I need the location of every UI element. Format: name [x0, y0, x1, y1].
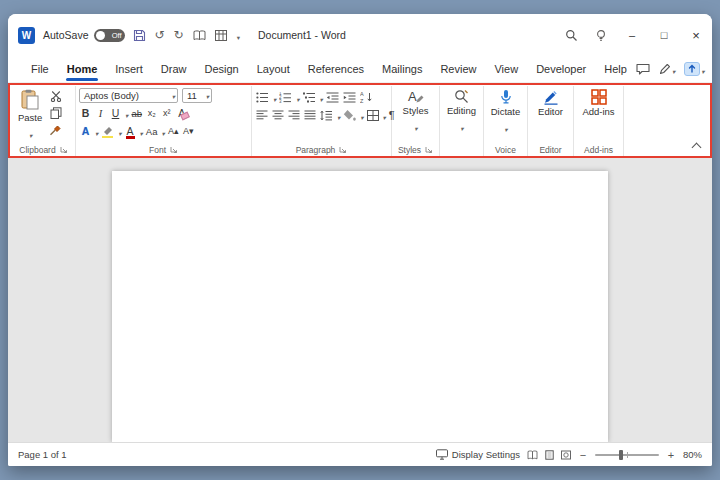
font-dialog-launcher-icon[interactable] — [170, 146, 178, 154]
zoom-slider[interactable] — [595, 454, 659, 456]
editing-button[interactable]: Editing — [443, 87, 480, 135]
align-center-icon[interactable] — [271, 108, 285, 123]
decrease-indent-icon[interactable] — [325, 90, 340, 105]
tab-insert[interactable]: Insert — [106, 56, 152, 82]
font-color-button[interactable]: A — [124, 124, 137, 139]
autosave-toggle[interactable]: Off — [94, 29, 125, 42]
paste-chevron-icon — [28, 124, 32, 142]
multilevel-list-button[interactable] — [302, 90, 317, 105]
align-right-icon[interactable] — [287, 108, 301, 123]
editing-mode-pen-icon[interactable] — [659, 60, 675, 78]
titlebar-right: – □ × — [556, 14, 712, 56]
align-left-icon[interactable] — [255, 108, 269, 123]
justify-icon[interactable] — [303, 108, 317, 123]
zoom-out-button[interactable]: − — [578, 449, 588, 461]
search-icon[interactable] — [556, 29, 586, 42]
font-name-combobox[interactable]: Aptos (Body) — [79, 88, 178, 103]
comments-icon[interactable] — [636, 63, 650, 75]
page-indicator[interactable]: Page 1 of 1 — [18, 449, 67, 460]
paragraph-dialog-launcher-icon[interactable] — [339, 146, 347, 154]
undo-icon[interactable]: ↺ — [155, 29, 165, 41]
book-icon[interactable] — [193, 30, 206, 41]
shading-icon[interactable] — [342, 108, 357, 123]
text-highlight-button[interactable] — [100, 124, 115, 139]
borders-chevron-icon[interactable] — [382, 106, 386, 124]
tab-references[interactable]: References — [299, 56, 373, 82]
text-effects-chevron-icon[interactable] — [94, 122, 98, 140]
clear-formatting-button[interactable]: A — [175, 106, 188, 121]
zoom-slider-thumb[interactable] — [619, 450, 623, 460]
cut-icon[interactable] — [49, 89, 62, 103]
zoom-in-button[interactable]: + — [666, 449, 676, 461]
clipboard-dialog-launcher-icon[interactable] — [60, 146, 68, 154]
editor-button[interactable]: Editor — [531, 87, 570, 117]
grow-font-button[interactable]: A▴ — [167, 124, 180, 139]
tab-mailings[interactable]: Mailings — [373, 56, 431, 82]
styles-dialog-launcher-icon[interactable] — [425, 146, 433, 154]
tab-developer[interactable]: Developer — [527, 56, 595, 82]
tab-layout[interactable]: Layout — [248, 56, 299, 82]
increase-indent-icon[interactable] — [342, 90, 357, 105]
tab-draw[interactable]: Draw — [152, 56, 196, 82]
maximize-button[interactable]: □ — [648, 14, 680, 56]
subscript-button[interactable]: x₂ — [145, 106, 158, 121]
multilevel-chevron-icon[interactable] — [319, 88, 323, 106]
zoom-level[interactable]: 80% — [683, 449, 702, 460]
print-layout-icon[interactable] — [545, 450, 554, 460]
highlight-chevron-icon[interactable] — [117, 122, 121, 140]
tab-review[interactable]: Review — [431, 56, 485, 82]
document-page[interactable] — [112, 171, 608, 442]
redo-icon[interactable]: ↻ — [174, 29, 184, 41]
microphone-icon — [499, 89, 513, 105]
italic-button[interactable]: I — [94, 106, 107, 121]
bullets-button[interactable] — [255, 90, 270, 105]
table-icon[interactable] — [215, 30, 227, 41]
tab-design[interactable]: Design — [195, 56, 247, 82]
styles-button[interactable]: A Styles — [395, 87, 436, 135]
paste-button[interactable]: Paste — [15, 87, 45, 142]
minimize-button[interactable]: – — [616, 14, 648, 56]
shading-chevron-icon[interactable] — [359, 106, 363, 124]
sort-icon[interactable]: AZ — [359, 90, 374, 105]
word-window: W AutoSave Off ↺ ↻ Document1 - Word — [8, 14, 712, 466]
numbering-button[interactable]: 123 — [278, 90, 293, 105]
svg-text:3: 3 — [279, 99, 282, 103]
paste-clipboard-icon — [21, 89, 40, 111]
word-logo-icon[interactable]: W — [18, 27, 35, 44]
underline-button[interactable]: U — [109, 106, 122, 121]
qat-customize-chevron-icon[interactable] — [236, 26, 240, 44]
close-button[interactable]: × — [680, 14, 712, 56]
bullets-chevron-icon[interactable] — [272, 88, 276, 106]
web-layout-icon[interactable] — [561, 450, 571, 460]
read-mode-icon[interactable] — [527, 450, 538, 460]
tab-help[interactable]: Help — [595, 56, 636, 82]
bold-button[interactable]: B — [79, 106, 92, 121]
tab-home[interactable]: Home — [58, 56, 107, 82]
editor-group-label: Editor — [531, 144, 570, 158]
menubar-right-icons — [636, 56, 712, 82]
shrink-font-button[interactable]: A▾ — [182, 124, 195, 139]
underline-chevron-icon[interactable] — [124, 104, 128, 122]
change-case-chevron-icon[interactable] — [160, 122, 164, 140]
line-spacing-chevron-icon[interactable] — [336, 106, 340, 124]
lightbulb-icon[interactable] — [586, 29, 616, 42]
font-color-chevron-icon[interactable] — [139, 122, 143, 140]
copy-icon[interactable] — [49, 106, 62, 120]
numbering-chevron-icon[interactable] — [295, 88, 299, 106]
svg-text:A: A — [408, 89, 417, 104]
strikethrough-button[interactable]: ab — [130, 106, 143, 121]
display-settings-button[interactable]: Display Settings — [436, 449, 520, 460]
font-size-combobox[interactable]: 11 — [182, 88, 212, 103]
format-painter-icon[interactable] — [49, 123, 62, 137]
tab-view[interactable]: View — [485, 56, 527, 82]
superscript-button[interactable]: x² — [160, 106, 173, 121]
tab-file[interactable]: File — [22, 56, 58, 82]
line-spacing-icon[interactable] — [319, 108, 334, 123]
addins-button[interactable]: Add-ins — [577, 87, 620, 117]
change-case-button[interactable]: Aa — [145, 124, 159, 139]
dictate-button[interactable]: Dictate — [487, 87, 524, 136]
borders-icon[interactable] — [366, 108, 380, 123]
text-effects-button[interactable]: A — [79, 124, 92, 139]
save-icon[interactable] — [133, 29, 146, 42]
share-icon[interactable] — [684, 60, 704, 78]
